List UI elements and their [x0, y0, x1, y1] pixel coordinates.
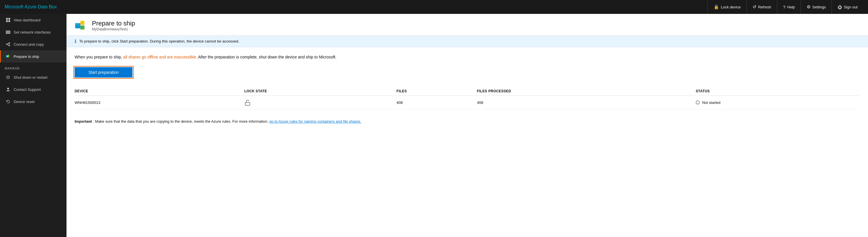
- start-preparation-button[interactable]: Start preparation: [74, 67, 132, 78]
- lock-device-button[interactable]: 🔒 Lock device: [708, 0, 747, 14]
- support-icon: [5, 87, 11, 92]
- sidebar-label-contact-support: Contact Support: [13, 87, 41, 92]
- device-table: DEVICE LOCK STATE FILES FILES PROCESSED …: [74, 87, 860, 109]
- connect-icon: [5, 42, 11, 47]
- reset-icon: [5, 99, 11, 104]
- svg-rect-2: [6, 20, 8, 22]
- status-dot-icon: [696, 100, 700, 105]
- svg-rect-20: [75, 25, 81, 28]
- refresh-button[interactable]: ↺ Refresh: [747, 0, 777, 14]
- svg-point-9: [9, 45, 10, 46]
- page-subtitle: MyDataBoxHeavyTest1: [92, 27, 135, 31]
- settings-icon: ⚙: [807, 4, 810, 9]
- col-lock-state: LOCK STATE: [244, 87, 396, 96]
- cell-lock-state: [244, 96, 396, 109]
- settings-button[interactable]: ⚙ Settings: [801, 0, 832, 14]
- cell-status: Not started: [696, 96, 860, 109]
- svg-rect-18: [81, 21, 85, 25]
- lock-icon: 🔒: [714, 4, 719, 9]
- important-label: Important: [74, 119, 92, 124]
- network-icon: [5, 30, 11, 35]
- table-header: DEVICE LOCK STATE FILES FILES PROCESSED …: [74, 87, 860, 96]
- svg-rect-19: [81, 26, 85, 30]
- cell-files-processed: 408: [477, 96, 696, 109]
- refresh-icon: ↺: [753, 4, 756, 9]
- sidebar-item-view-dashboard[interactable]: View dashboard: [0, 14, 66, 26]
- sidebar-label-device-reset: Device reset: [13, 99, 34, 104]
- lock-device-label: Lock device: [721, 5, 741, 9]
- sidebar-label-prepare-ship: Prepare to ship: [13, 54, 39, 59]
- sidebar-item-device-reset[interactable]: Device reset: [0, 95, 66, 108]
- main-content: Prepare to ship MyDataBoxHeavyTest1 ℹ To…: [66, 14, 868, 237]
- info-banner-text: To prepare to ship, click Start preparat…: [79, 39, 240, 43]
- status-cell: Not started: [696, 100, 857, 105]
- dashboard-icon: [5, 18, 11, 23]
- ship-icon: [5, 54, 11, 59]
- svg-rect-0: [6, 18, 8, 20]
- svg-line-10: [7, 43, 9, 44]
- help-label: Help: [787, 5, 795, 9]
- svg-point-7: [9, 42, 10, 44]
- settings-label: Settings: [812, 5, 826, 9]
- manage-section-label: MANAGE: [0, 62, 66, 71]
- page-header: Prepare to ship MyDataBoxHeavyTest1: [66, 14, 868, 36]
- svg-rect-3: [8, 20, 10, 22]
- svg-rect-21: [245, 102, 250, 105]
- sidebar-item-contact-support[interactable]: Contact Support: [0, 83, 66, 95]
- help-icon: ?: [783, 5, 785, 9]
- highlight-text: all shares go offline and are inaccessib…: [123, 55, 197, 59]
- svg-point-8: [6, 44, 7, 45]
- svg-rect-4: [6, 31, 10, 32]
- table-row: WNH81500013 408 408: [74, 96, 860, 109]
- info-icon: ℹ: [74, 38, 76, 44]
- sidebar-item-set-network[interactable]: Set network interfaces: [0, 26, 66, 38]
- sidebar-label-shutdown: Shut down or restart: [13, 75, 48, 80]
- sign-out-icon: ⏻: [838, 5, 842, 9]
- sidebar-label-set-network: Set network interfaces: [13, 30, 51, 34]
- sidebar: View dashboard Set network interfaces: [0, 14, 66, 237]
- svg-rect-6: [6, 33, 10, 34]
- sign-out-label: Sign out: [844, 5, 858, 9]
- important-note: Important : Make sure that the data that…: [74, 119, 860, 125]
- cell-files: 408: [396, 96, 477, 109]
- svg-line-11: [7, 45, 9, 45]
- table-body: WNH81500013 408 408: [74, 96, 860, 109]
- lock-state-cell: [244, 99, 393, 106]
- svg-rect-5: [6, 32, 10, 33]
- page-icon: [74, 19, 87, 32]
- info-banner: ℹ To prepare to ship, click Start prepar…: [66, 36, 868, 47]
- important-link[interactable]: go to Azure rules for naming containers …: [269, 119, 361, 124]
- col-device: DEVICE: [74, 87, 244, 96]
- cell-device: WNH81500013: [74, 96, 244, 109]
- col-files: FILES: [396, 87, 477, 96]
- content-area: When you prepare to ship, all shares go …: [66, 47, 868, 237]
- col-files-processed: FILES PROCESSED: [477, 87, 696, 96]
- refresh-label: Refresh: [758, 5, 771, 9]
- help-button[interactable]: ? Help: [777, 0, 801, 14]
- shutdown-icon: [5, 75, 11, 80]
- svg-point-16: [7, 88, 9, 89]
- table-header-row: DEVICE LOCK STATE FILES FILES PROCESSED …: [74, 87, 860, 96]
- sidebar-label-view-dashboard: View dashboard: [13, 18, 40, 22]
- unlock-icon: [244, 99, 251, 106]
- top-nav-actions: 🔒 Lock device ↺ Refresh ? Help ⚙ Setting…: [708, 0, 863, 14]
- sidebar-item-prepare-ship[interactable]: Prepare to ship: [0, 50, 66, 62]
- status-text: Not started: [702, 100, 720, 105]
- page-header-text: Prepare to ship MyDataBoxHeavyTest1: [92, 20, 135, 31]
- col-status: STATUS: [696, 87, 860, 96]
- important-text: : Make sure that the data that you are c…: [93, 119, 270, 124]
- sign-out-button[interactable]: ⏻ Sign out: [832, 0, 863, 14]
- top-nav: Microsoft Azure Data Box 🔒 Lock device ↺…: [0, 0, 868, 14]
- description-text: When you prepare to ship, all shares go …: [74, 54, 860, 60]
- svg-rect-14: [8, 55, 9, 57]
- sidebar-item-shutdown[interactable]: Shut down or restart: [0, 71, 66, 83]
- page-title: Prepare to ship: [92, 20, 135, 27]
- svg-rect-1: [8, 18, 10, 20]
- layout: View dashboard Set network interfaces: [0, 14, 868, 237]
- sidebar-label-connect-copy: Connect and copy: [13, 42, 44, 47]
- sidebar-item-connect-copy[interactable]: Connect and copy: [0, 38, 66, 50]
- brand: Microsoft Azure Data Box: [5, 4, 57, 9]
